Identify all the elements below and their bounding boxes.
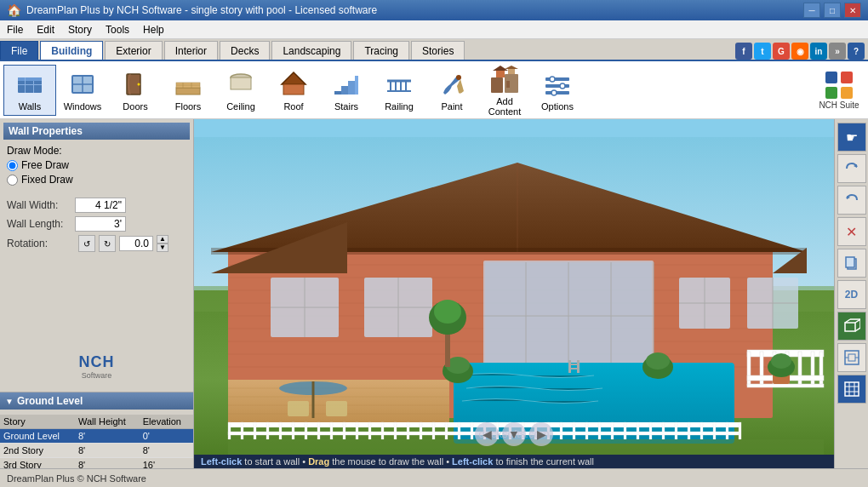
nch-suite-button[interactable]: NCH Suite xyxy=(814,65,865,116)
toolbar-railing[interactable]: Railing xyxy=(373,65,425,116)
col-elevation: Elevation xyxy=(140,415,193,429)
svg-rect-45 xyxy=(825,87,837,99)
content-area: Wall Properties Draw Mode: Free Draw Fix… xyxy=(0,119,868,487)
rotation-input[interactable] xyxy=(119,236,153,251)
toolbar-windows[interactable]: Windows xyxy=(56,65,109,116)
spin-up-button[interactable]: ▲ xyxy=(157,235,168,244)
toolbar-paint[interactable]: Paint xyxy=(425,65,478,116)
status-text-1a: to start a wall • xyxy=(244,456,308,467)
expand-icon[interactable]: ▼ xyxy=(5,397,14,406)
svg-point-114 xyxy=(771,353,791,369)
menu-edit[interactable]: Edit xyxy=(30,20,61,38)
svg-rect-22 xyxy=(355,76,358,95)
svg-rect-106 xyxy=(288,401,309,416)
toolbar-roof[interactable]: Roof xyxy=(267,65,320,116)
menu-help[interactable]: Help xyxy=(136,20,171,38)
svg-rect-120 xyxy=(241,422,243,439)
undo-orbit-button[interactable] xyxy=(837,154,866,183)
grid-view-button[interactable] xyxy=(837,375,866,404)
more-icon[interactable]: » xyxy=(829,43,846,60)
toolbar-floors[interactable]: Floors xyxy=(162,65,214,116)
facebook-icon[interactable]: f xyxy=(735,43,752,60)
tab-tracing[interactable]: Tracing xyxy=(353,41,409,60)
floor-plan-button[interactable] xyxy=(837,343,866,372)
walls-label: Walls xyxy=(19,101,41,112)
tab-exterior[interactable]: Exterior xyxy=(105,41,162,60)
toolbar-walls[interactable]: Walls xyxy=(3,65,56,116)
tab-interior[interactable]: Interior xyxy=(164,41,218,60)
svg-rect-125 xyxy=(305,422,307,439)
maximize-button[interactable]: □ xyxy=(824,3,841,18)
2d-view-button[interactable]: 2D xyxy=(837,280,866,309)
svg-rect-30 xyxy=(491,77,503,93)
svg-rect-39 xyxy=(545,91,569,95)
canvas-area[interactable]: docksofts.com ◀ ▼ ▶ Left-click to start … xyxy=(194,119,834,487)
svg-rect-126 xyxy=(317,422,320,439)
delete-button[interactable]: ✕ xyxy=(837,217,866,246)
wall-properties-panel: Wall Properties Draw Mode: Free Draw Fix… xyxy=(0,119,193,341)
copy-button[interactable] xyxy=(837,249,866,278)
tab-file[interactable]: File xyxy=(0,41,38,60)
svg-rect-37 xyxy=(545,77,569,81)
roof-label: Roof xyxy=(283,101,303,112)
toolbar-doors[interactable]: Doors xyxy=(109,65,162,116)
minimize-button[interactable]: ─ xyxy=(803,3,820,18)
nch-logo-panel: NCH Software xyxy=(0,341,193,392)
menu-file[interactable]: File xyxy=(0,20,30,38)
tab-landscaping[interactable]: Landscaping xyxy=(271,41,351,60)
floors-icon xyxy=(173,69,203,100)
rotation-spinner: ▲ ▼ xyxy=(157,235,168,252)
menu-story[interactable]: Story xyxy=(61,20,99,38)
toolbar-add-content[interactable]: Add Content xyxy=(478,65,531,116)
tab-building[interactable]: Building xyxy=(40,41,103,60)
svg-rect-19 xyxy=(334,91,341,95)
fixed-draw-radio[interactable] xyxy=(7,175,18,186)
nav-right-arrow[interactable]: ▶ xyxy=(529,422,553,446)
svg-rect-137 xyxy=(458,422,460,439)
nav-left-arrow[interactable]: ◀ xyxy=(475,422,499,446)
svg-rect-180 xyxy=(845,382,859,396)
svg-rect-155 xyxy=(688,422,690,439)
close-button[interactable]: ✕ xyxy=(844,3,861,18)
spin-down-button[interactable]: ▼ xyxy=(157,244,168,252)
rss-icon[interactable]: ◉ xyxy=(791,43,808,60)
svg-rect-159 xyxy=(739,422,741,439)
menu-tools[interactable]: Tools xyxy=(99,20,136,38)
free-draw-radio[interactable] xyxy=(7,160,18,171)
help-icon[interactable]: ? xyxy=(848,43,865,60)
tab-stories[interactable]: Stories xyxy=(411,41,465,60)
linkedin-icon[interactable]: in xyxy=(810,43,827,60)
redo-orbit-button[interactable] xyxy=(837,186,866,215)
nav-down-arrow[interactable]: ▼ xyxy=(502,422,526,446)
free-draw-option[interactable]: Free Draw xyxy=(7,159,186,171)
toolbar-stairs[interactable]: Stairs xyxy=(320,65,373,116)
rotation-controls: ↺ ↻ ▲ ▼ xyxy=(75,235,172,252)
toolbar-options[interactable]: Options xyxy=(531,65,584,116)
fixed-draw-option[interactable]: Fixed Draw xyxy=(7,174,186,186)
table-row[interactable]: 2nd Story 8' 8' xyxy=(0,444,193,458)
story-elevation: 0' xyxy=(140,429,193,444)
status-row-1: Left-click to start a wall • Drag the mo… xyxy=(194,455,834,468)
svg-rect-3 xyxy=(25,77,26,93)
draw-mode-group: Free Draw Fixed Draw xyxy=(3,159,190,186)
table-row[interactable]: Ground Level 8' 0' xyxy=(0,429,193,444)
cursor-tool-button[interactable]: ☛ xyxy=(837,123,866,152)
toolbar-ceiling[interactable]: Ceiling xyxy=(214,65,267,116)
tab-decks[interactable]: Decks xyxy=(220,41,270,60)
story-wall-height: 8' xyxy=(75,429,140,444)
svg-rect-147 xyxy=(585,422,588,439)
3d-view-button[interactable] xyxy=(837,312,866,341)
svg-point-40 xyxy=(550,77,555,82)
wall-width-row: Wall Width: 4 1/2" xyxy=(3,198,190,213)
rotate-right-button[interactable]: ↻ xyxy=(99,235,116,252)
google-icon[interactable]: G xyxy=(773,43,790,60)
svg-rect-100 xyxy=(568,360,571,373)
twitter-icon[interactable]: t xyxy=(754,43,771,60)
story-elevation: 8' xyxy=(140,444,193,458)
windows-icon xyxy=(67,69,98,100)
svg-rect-136 xyxy=(445,422,448,439)
rotate-left-button[interactable]: ↺ xyxy=(78,235,95,252)
svg-point-41 xyxy=(560,83,565,89)
svg-rect-158 xyxy=(726,422,728,439)
svg-rect-146 xyxy=(573,422,575,439)
